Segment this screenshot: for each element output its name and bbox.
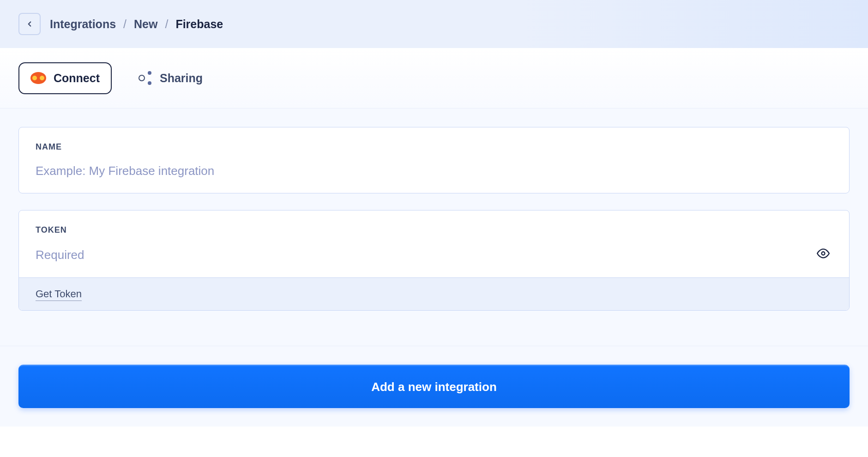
name-field-group: NAME [18,127,850,193]
get-token-link[interactable]: Get Token [36,288,82,301]
breadcrumb-new[interactable]: New [134,18,157,31]
token-label: TOKEN [19,210,849,235]
submit-row: Add a new integration [0,346,868,427]
breadcrumb: Integrations / New / Firebase [50,18,223,31]
tab-connect[interactable]: Connect [18,62,112,94]
toggle-token-visibility-button[interactable] [814,244,832,263]
token-input[interactable] [36,236,814,262]
form-content: NAME TOKEN Get Token [0,108,868,346]
svg-point-0 [822,252,825,255]
back-button[interactable] [18,13,41,35]
connect-icon [30,72,46,84]
tab-sharing-label: Sharing [160,72,203,85]
eye-icon [817,247,830,260]
tabs-row: Connect Sharing [0,48,868,108]
sharing-icon [139,71,152,85]
tab-connect-label: Connect [54,72,100,85]
breadcrumb-separator: / [123,18,127,31]
tab-sharing[interactable]: Sharing [127,62,215,94]
name-input[interactable] [36,152,832,178]
header-bar: Integrations / New / Firebase [0,0,868,48]
breadcrumb-integrations[interactable]: Integrations [50,18,116,31]
token-helper-footer: Get Token [19,277,849,310]
breadcrumb-separator: / [165,18,168,31]
breadcrumb-firebase: Firebase [175,18,223,31]
chevron-left-icon [25,20,34,28]
token-field-group: TOKEN Get Token [18,210,850,311]
name-label: NAME [19,127,849,152]
add-integration-button[interactable]: Add a new integration [18,365,850,408]
